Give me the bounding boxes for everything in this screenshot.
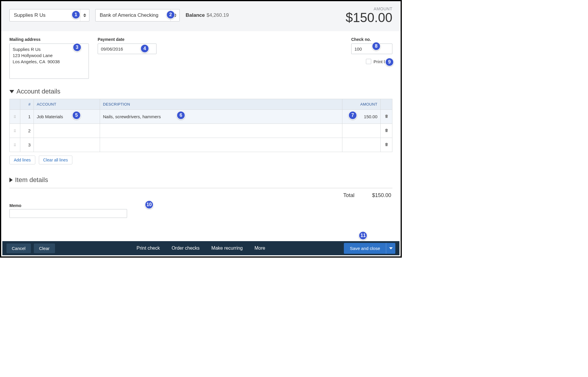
make-recurring-link[interactable]: Make recurring (211, 246, 243, 251)
memo-label: Memo (9, 203, 392, 208)
row-account[interactable] (34, 124, 100, 138)
main-content: Mailing address 3 Payment date 4 Check n… (1, 31, 401, 224)
row-num: 3 (20, 138, 34, 152)
balance-display: Balance $4,260.19 (186, 12, 229, 18)
annotation-badge: 4 (140, 44, 149, 53)
account-details-title: Account details (16, 88, 60, 95)
row-num: 1 (20, 110, 34, 124)
clear-button[interactable]: Clear (34, 243, 55, 253)
caret-down-icon (9, 90, 14, 93)
divider (9, 188, 392, 188)
clear-all-lines-button[interactable]: Clear all lines (39, 156, 72, 164)
payment-date-label: Payment date (98, 37, 156, 42)
annotation-badge: 1 (71, 10, 80, 19)
save-dropdown-toggle[interactable] (386, 243, 395, 254)
save-and-close-button[interactable]: Save and close (344, 243, 386, 254)
print-check-link[interactable]: Print check (136, 246, 160, 251)
annotation-badge: 5 (72, 111, 81, 120)
account-details-toggle[interactable]: Account details (9, 88, 392, 95)
row-description[interactable] (100, 138, 342, 152)
balance-label: Balance (186, 12, 205, 18)
annotation-badge: 10 (145, 200, 154, 209)
delete-row-icon[interactable] (384, 142, 389, 147)
bank-account-value: Bank of America Checking (96, 9, 171, 21)
row-amount[interactable] (342, 124, 381, 138)
table-row[interactable]: ⠿ 2 (10, 124, 392, 138)
mailing-address-label: Mailing address (9, 37, 89, 42)
row-account[interactable] (34, 138, 100, 152)
row-amount[interactable]: 150.00 (364, 114, 377, 119)
row-num: 2 (20, 124, 34, 138)
col-description: DESCRIPTION (100, 99, 342, 110)
bottom-action-bar: Cancel Clear Print check Order checks Ma… (2, 241, 399, 255)
row-amount[interactable] (342, 138, 381, 152)
drag-handle-icon[interactable]: ⠿ (14, 115, 16, 119)
add-lines-button[interactable]: Add lines (9, 156, 35, 164)
memo-input[interactable] (9, 209, 127, 218)
delete-row-icon[interactable] (384, 114, 389, 119)
payee-dropdown-toggle[interactable] (80, 9, 89, 21)
caret-up-icon (83, 14, 86, 15)
print-later-checkbox[interactable] (366, 59, 371, 64)
annotation-badge: 7 (348, 111, 357, 120)
drag-handle-icon[interactable]: ⠿ (14, 143, 16, 147)
col-delete (381, 99, 392, 110)
payee-select[interactable]: Supplies R Us 1 (9, 9, 89, 21)
annotation-badge: 3 (73, 43, 81, 52)
transaction-header: Supplies R Us 1 Bank of America Checking… (1, 1, 401, 31)
col-account: ACCOUNT (34, 99, 100, 110)
amount-display: AMOUNT $150.00 (346, 6, 392, 24)
row-description[interactable] (100, 124, 342, 138)
check-no-label: Check no. (351, 37, 392, 42)
total-label: Total (343, 192, 354, 198)
delete-row-icon[interactable] (384, 128, 389, 133)
cancel-button[interactable]: Cancel (6, 243, 31, 253)
col-amount: AMOUNT (342, 99, 381, 110)
annotation-badge: 8 (372, 42, 381, 51)
order-checks-link[interactable]: Order checks (171, 246, 199, 251)
drag-handle-icon[interactable]: ⠿ (14, 129, 16, 133)
payee-value: Supplies R Us (10, 9, 80, 21)
annotation-badge: 9 (385, 58, 394, 66)
caret-down-icon (83, 16, 86, 17)
annotation-badge: 6 (176, 111, 185, 120)
total-value: $150.00 (372, 192, 391, 198)
table-row[interactable]: ⠿ 3 (10, 138, 392, 152)
col-num: # (20, 99, 34, 110)
total-row: Total $150.00 (9, 192, 392, 198)
amount-value: $150.00 (346, 11, 392, 24)
balance-value: $4,260.19 (206, 12, 229, 18)
item-details-title: Item details (15, 176, 48, 184)
bank-account-select[interactable]: Bank of America Checking 2 (95, 9, 180, 21)
row-account[interactable]: Job Materials (37, 114, 63, 119)
item-details-toggle[interactable]: Item details (9, 176, 392, 184)
caret-down-icon (389, 247, 393, 249)
row-description[interactable]: Nails, screwdrivers, hammers (103, 114, 161, 119)
account-details-table: # ACCOUNT DESCRIPTION AMOUNT ⠿ 1 Job Mat… (9, 99, 392, 152)
annotation-badge: 11 (359, 231, 367, 240)
annotation-badge: 2 (166, 10, 175, 19)
table-row[interactable]: ⠿ 1 Job Materials 5 Nails, screwdrivers,… (10, 110, 392, 124)
col-drag (10, 99, 20, 110)
caret-right-icon (9, 178, 13, 182)
more-link[interactable]: More (254, 246, 265, 251)
